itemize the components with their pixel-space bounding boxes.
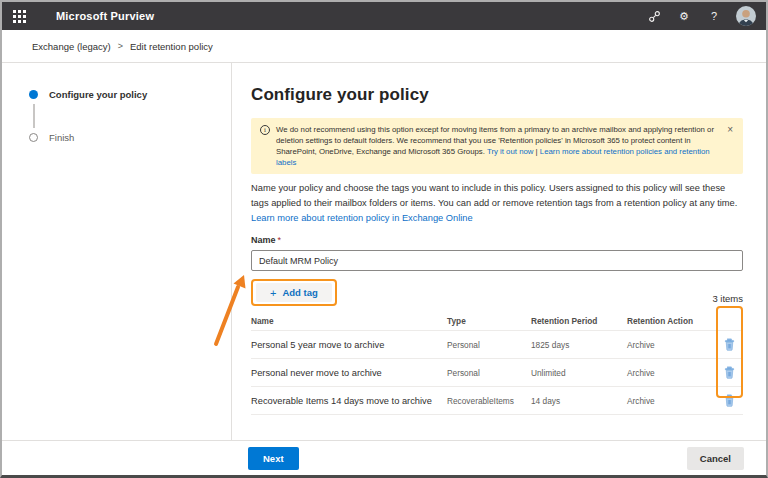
- plus-icon: +: [270, 288, 276, 298]
- required-asterisk: *: [278, 235, 282, 245]
- app-launcher-icon[interactable]: [2, 2, 36, 30]
- addtag-annotation-box: + Add tag: [251, 279, 337, 306]
- page-title: Configure your policy: [251, 85, 743, 105]
- step-finish[interactable]: Finish: [29, 132, 231, 143]
- next-button[interactable]: Next: [248, 447, 299, 470]
- try-it-out-link[interactable]: Try it out now: [487, 147, 534, 156]
- cell-retention-period: 1825 days: [531, 340, 627, 350]
- cell-retention-period: Unlimited: [531, 368, 627, 378]
- col-header-name: Name: [251, 316, 447, 326]
- items-count: 3 items: [712, 293, 743, 306]
- col-header-retention-period: Retention Period: [531, 316, 627, 326]
- step-label: Configure your policy: [49, 89, 147, 100]
- delete-tag-button[interactable]: [723, 338, 736, 351]
- trash-icon: [723, 338, 736, 351]
- trash-icon: [723, 366, 736, 379]
- banner-text: We do not recommend using this option ex…: [276, 124, 725, 168]
- step-connector: [33, 104, 35, 128]
- description-text: Name your policy and choose the tags you…: [251, 183, 737, 208]
- table-row: Personal never move to archive Personal …: [251, 358, 743, 386]
- purview-window: Microsoft Purview ⚙ ? Exchange (legacy) …: [0, 0, 768, 478]
- link-icon[interactable]: [642, 4, 666, 28]
- exchange-online-learn-more-link[interactable]: Learn more about retention policy in Exc…: [251, 213, 473, 223]
- step-label: Finish: [49, 132, 74, 143]
- step-pending-dot-icon: [29, 133, 38, 142]
- warning-banner: i We do not recommend using this option …: [251, 118, 743, 174]
- table-bottom-divider: [251, 414, 743, 415]
- breadcrumb: Exchange (legacy) > Edit retention polic…: [2, 30, 766, 63]
- name-label-text: Name: [251, 235, 276, 245]
- trash-icon: [723, 394, 736, 407]
- cell-retention-period: 14 days: [531, 396, 627, 406]
- table-row: Recoverable Items 14 days move to archiv…: [251, 386, 743, 414]
- policy-description: Name your policy and choose the tags you…: [251, 181, 743, 226]
- info-icon: i: [260, 125, 270, 135]
- cell-type: Personal: [447, 340, 531, 350]
- delete-tag-button[interactable]: [723, 394, 736, 407]
- breadcrumb-parent[interactable]: Exchange (legacy): [32, 41, 111, 52]
- settings-gear-icon[interactable]: ⚙: [672, 4, 696, 28]
- cell-retention-action: Archive: [627, 396, 715, 406]
- main-panel: Configure your policy i We do not recomm…: [232, 63, 766, 440]
- app-title: Microsoft Purview: [56, 10, 154, 22]
- step-configure-your-policy[interactable]: Configure your policy: [29, 89, 231, 100]
- cell-type: RecoverableItems: [447, 396, 531, 406]
- cell-type: Personal: [447, 368, 531, 378]
- step-active-dot-icon: [29, 90, 38, 99]
- table-row: Personal 5 year move to archive Personal…: [251, 330, 743, 358]
- help-icon[interactable]: ?: [702, 4, 726, 28]
- user-avatar[interactable]: [736, 6, 756, 26]
- delete-tag-button[interactable]: [723, 366, 736, 379]
- breadcrumb-current: Edit retention policy: [130, 41, 213, 52]
- add-tag-label: Add tag: [282, 287, 317, 298]
- cell-name: Personal 5 year move to archive: [251, 340, 447, 350]
- table-header-row: Name Type Retention Period Retention Act…: [251, 312, 743, 330]
- add-tag-button[interactable]: + Add tag: [256, 283, 332, 302]
- wizard-stepper: Configure your policy Finish: [2, 63, 232, 440]
- name-field-label: Name*: [251, 235, 743, 245]
- policy-name-input[interactable]: [251, 250, 743, 271]
- retention-tags-table: Name Type Retention Period Retention Act…: [251, 312, 743, 415]
- cell-name: Recoverable Items 14 days move to archiv…: [251, 396, 447, 406]
- top-app-bar: Microsoft Purview ⚙ ?: [2, 2, 766, 30]
- chevron-right-icon: >: [118, 41, 123, 51]
- cell-name: Personal never move to archive: [251, 368, 447, 378]
- col-header-retention-action: Retention Action: [627, 316, 715, 326]
- cancel-button[interactable]: Cancel: [687, 447, 744, 470]
- close-icon[interactable]: ×: [725, 124, 735, 136]
- cell-retention-action: Archive: [627, 368, 715, 378]
- col-header-type: Type: [447, 316, 531, 326]
- cell-retention-action: Archive: [627, 340, 715, 350]
- wizard-footer: Next Cancel: [2, 440, 766, 475]
